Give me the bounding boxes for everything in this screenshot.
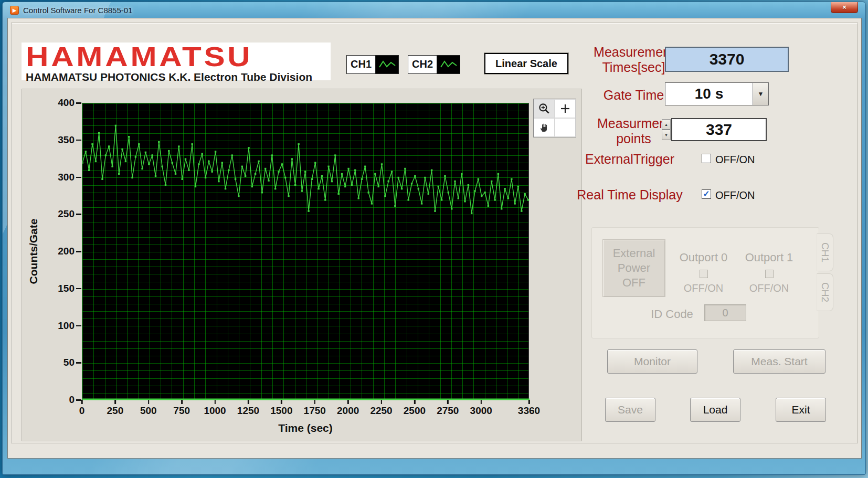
- plot-area[interactable]: [82, 103, 529, 400]
- output-group-panel: External Power OFF Outport 0 Outport 1 O…: [591, 227, 819, 338]
- x-tick-label: 1250: [237, 405, 259, 417]
- gate-time-select[interactable]: 10 s ▼: [665, 82, 769, 105]
- y-tick-label: 150: [43, 283, 75, 294]
- real-time-display-label: Real Time Display: [564, 187, 695, 203]
- ch1-button[interactable]: CH1: [346, 55, 399, 74]
- real-time-display-checkbox[interactable]: [702, 189, 711, 199]
- external-power-button[interactable]: External Power OFF: [602, 239, 665, 297]
- external-trigger-checkbox[interactable]: [702, 154, 711, 163]
- tab-ch1[interactable]: CH1: [817, 233, 833, 271]
- tab-ch2[interactable]: CH2: [817, 273, 833, 311]
- measurement-points-field[interactable]: 337: [671, 118, 767, 141]
- y-tick-label: 400: [43, 97, 75, 109]
- ch2-button[interactable]: CH2: [408, 55, 460, 74]
- load-button[interactable]: Load: [690, 398, 740, 422]
- meas-start-button[interactable]: Meas. Start: [733, 349, 825, 374]
- x-tick-label: 1000: [204, 405, 226, 417]
- x-tick-label: 0: [79, 405, 85, 417]
- logo-subtitle: HAMAMATSU PHOTONICS K.K. Electron Tube D…: [26, 71, 326, 83]
- y-tick-label: 300: [43, 172, 75, 183]
- app-icon: ▶: [10, 6, 19, 15]
- x-tick-label: 250: [107, 405, 124, 417]
- real-time-display-offon-label: OFF/ON: [715, 189, 755, 201]
- x-tick-label: 500: [140, 405, 157, 417]
- gate-time-value: 10 s: [665, 86, 753, 102]
- pan-tool[interactable]: [534, 118, 555, 137]
- outport0-label: Outport 0: [671, 251, 736, 264]
- x-tick-label: 2000: [337, 405, 359, 417]
- id-code-field[interactable]: 0: [704, 304, 746, 321]
- ch1-waveform-icon: [375, 56, 398, 73]
- linear-scale-button[interactable]: Linear Scale: [484, 53, 568, 74]
- close-button[interactable]: ×: [831, 2, 858, 13]
- window-title: Control Software For C8855-01: [23, 6, 132, 15]
- y-tick-label: 0: [43, 394, 75, 406]
- x-tick-label: 2750: [437, 405, 459, 417]
- stepper-down-button[interactable]: ▼: [662, 130, 671, 140]
- x-tick-label: 2250: [370, 405, 392, 417]
- stepper-up-button[interactable]: ▲: [662, 119, 671, 130]
- hamamatsu-logo: HAMAMATSU HAMAMATSU PHOTONICS K.K. Elect…: [22, 43, 331, 80]
- y-tick-label: 200: [43, 246, 75, 257]
- y-tick-label: 50: [43, 357, 75, 368]
- titlebar: ▶ Control Software For C8855-01 ×: [3, 2, 865, 18]
- external-trigger-offon-label: OFF/ON: [715, 154, 755, 166]
- x-tick-label: 2500: [404, 405, 426, 417]
- chevron-down-icon[interactable]: ▼: [753, 83, 768, 105]
- chart-frame: Counts/Gate 400350300250200150100500 025…: [22, 89, 582, 441]
- x-axis-title: Time (sec): [278, 422, 333, 434]
- plus-icon: [559, 102, 571, 115]
- outport1-label: Outport 1: [736, 251, 802, 264]
- zoom-in-tool[interactable]: [534, 99, 555, 118]
- exit-button[interactable]: Exit: [776, 398, 826, 422]
- x-tick-label: 1500: [270, 405, 292, 417]
- data-line-chart: [82, 103, 530, 400]
- points-stepper: ▲ ▼: [662, 119, 671, 140]
- save-button[interactable]: Save: [605, 398, 655, 422]
- ch2-label: CH2: [408, 56, 437, 73]
- y-axis-title: Counts/Gate: [25, 103, 42, 400]
- y-tick-label: 100: [43, 320, 75, 332]
- x-tick-label: 3000: [470, 405, 492, 417]
- y-tick-label: 350: [43, 134, 75, 146]
- outport1-offon-label: OFF/ON: [736, 282, 802, 294]
- logo-brand-text: HAMAMATSU: [26, 44, 380, 70]
- magnifier-plus-icon: [537, 102, 551, 115]
- x-tick-label: 3360: [518, 405, 540, 417]
- x-tick-label: 750: [173, 405, 190, 417]
- ch2-waveform-icon: [437, 56, 460, 73]
- id-code-label: ID Code: [644, 307, 700, 321]
- client-area: HAMAMATSU HAMAMATSU PHOTONICS K.K. Elect…: [7, 18, 862, 459]
- monitor-button[interactable]: Monitor: [607, 349, 697, 374]
- y-tick-label: 250: [43, 208, 75, 220]
- external-trigger-label: ExternalTrigger: [564, 152, 695, 167]
- app-window: ▶ Control Software For C8855-01 × HAMAMA…: [2, 2, 866, 475]
- hand-icon: [538, 121, 551, 134]
- outport1-checkbox[interactable]: [765, 270, 774, 278]
- x-tick-label: 1750: [304, 405, 326, 417]
- outport0-offon-label: OFF/ON: [671, 282, 736, 294]
- measurement-times-field[interactable]: 3370: [665, 47, 789, 72]
- outport0-checkbox[interactable]: [700, 270, 708, 278]
- ch1-label: CH1: [347, 56, 375, 73]
- plot-toolbar: [533, 99, 576, 137]
